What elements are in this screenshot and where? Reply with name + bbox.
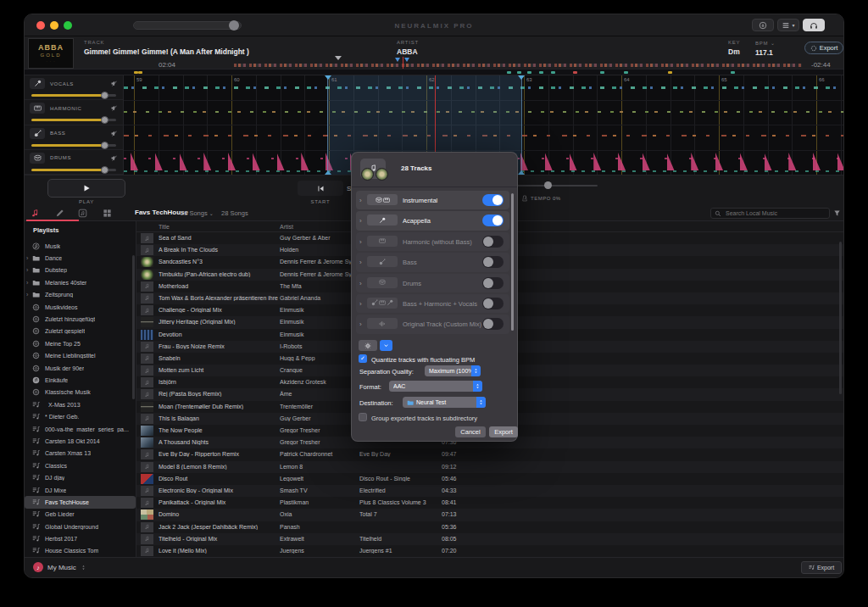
sidebar-item[interactable]: 000-va-the_master_series_pa... — [25, 423, 136, 435]
channel-volume-slider[interactable] — [31, 92, 116, 100]
table-row[interactable]: Model 8 (Lemon 8 Remix)Lemon 809:12 — [136, 461, 843, 473]
table-row[interactable]: Love it (Mello Mix)JuergensJuergens #107… — [136, 545, 843, 557]
sidebar-item[interactable]: Carsten 18 Okt 2014 — [25, 435, 136, 447]
sidebar-item[interactable]: Favs TechHouse — [25, 496, 136, 508]
disclosure-icon[interactable]: › — [359, 280, 362, 287]
overview-playhead[interactable] — [403, 57, 403, 69]
sidebar-item[interactable]: DJ djay — [25, 471, 136, 483]
sidebar-item[interactable]: Musik der 90er — [25, 362, 136, 374]
mute-icon[interactable] — [110, 104, 118, 112]
sidebar-item[interactable]: Meine Top 25 — [25, 337, 136, 349]
bottom-export-button[interactable]: Export — [801, 561, 842, 574]
slider-knob[interactable] — [101, 92, 108, 99]
stem-options-button[interactable] — [380, 340, 392, 351]
overview-marker-icon[interactable] — [335, 56, 342, 60]
search-input[interactable] — [724, 209, 826, 217]
table-row[interactable]: Jack 2 Jack (Jesper Dahlbäck Remix)Panas… — [136, 521, 843, 533]
sidebar-item[interactable]: Einkäufe — [25, 374, 136, 386]
disclosure-icon[interactable]: › — [359, 238, 362, 246]
disclosure-icon[interactable]: › — [359, 217, 362, 225]
selection-handle[interactable] — [325, 75, 331, 80]
destination-select[interactable]: Neural Test — [403, 397, 486, 408]
column-artist[interactable]: Artist — [280, 224, 293, 230]
column-title[interactable]: Title — [159, 224, 170, 230]
filter-icon[interactable] — [833, 209, 841, 217]
loop-in-marker-icon[interactable] — [395, 58, 400, 62]
sidebar-item[interactable]: Musikvideos — [25, 301, 136, 313]
stem-toggle[interactable] — [482, 318, 504, 330]
sidebar-item[interactable]: ›Zeitsprung — [25, 289, 136, 301]
preview-headphones-button[interactable] — [803, 19, 825, 31]
sidebar-item[interactable]: ›Melanies 40ster — [25, 276, 136, 288]
quality-select[interactable]: Maximum (100%) — [425, 365, 481, 376]
stem-toggle[interactable] — [482, 214, 504, 226]
tab-edit[interactable] — [54, 208, 65, 219]
sidebar-scrollbar[interactable] — [132, 255, 135, 399]
table-row[interactable]: DominoOxiaTotal 707:13 — [136, 509, 843, 521]
tab-grid[interactable] — [102, 208, 113, 219]
sidebar-item[interactable]: Geb Lieder — [25, 509, 136, 521]
download-button[interactable] — [752, 19, 774, 31]
disclosure-icon[interactable]: › — [359, 197, 362, 204]
sidebar-item[interactable]: Carsten Xmas 13 — [25, 448, 136, 459]
jump-to-start-button[interactable] — [298, 181, 343, 196]
table-row[interactable]: Disco RoutLegoweltDisco Rout - Single05:… — [136, 473, 843, 485]
mute-icon[interactable] — [110, 80, 118, 87]
sidebar-item[interactable]: Klassische Musik — [25, 387, 136, 398]
sidebar-item[interactable]: DJ Mixe — [25, 484, 136, 496]
header-export-button[interactable]: Export — [804, 42, 843, 54]
channel-volume-slider[interactable] — [31, 142, 116, 150]
view-mode-button[interactable]: ▾ — [777, 19, 799, 31]
stem-toggle[interactable] — [482, 236, 504, 248]
stem-toggle[interactable] — [482, 256, 504, 268]
table-row[interactable]: Electronic Boy - Original MixSmash TVEle… — [136, 485, 843, 497]
slider-knob[interactable] — [101, 116, 108, 124]
cancel-button[interactable]: Cancel — [455, 426, 486, 437]
dialog-scrollbar[interactable] — [511, 193, 514, 331]
loop-out-marker-icon[interactable] — [404, 58, 409, 62]
sidebar-item[interactable]: House Classics Tom — [25, 545, 136, 557]
slider-knob[interactable] — [101, 142, 108, 149]
table-row[interactable]: Eve By Day - Ripperton RemixPatrick Char… — [136, 448, 843, 460]
disclosure-icon[interactable]: › — [359, 300, 362, 308]
stem-toggle[interactable] — [482, 277, 504, 289]
channel-volume-slider[interactable] — [31, 166, 116, 175]
chevron-down-icon[interactable]: ⌄ — [771, 41, 776, 46]
selection-handle[interactable] — [518, 75, 525, 80]
sidebar-item[interactable]: ›Dubstep — [25, 265, 136, 276]
tempo-slider[interactable] — [509, 185, 598, 187]
sidebar-item[interactable]: Global Underground — [25, 521, 136, 532]
slider-knob[interactable] — [101, 166, 108, 174]
mute-icon[interactable] — [110, 154, 118, 162]
sidebar-item[interactable]: ›Dance — [25, 252, 136, 264]
sidebar-item[interactable]: Zuletzt gespielt — [25, 326, 136, 337]
group-checkbox[interactable] — [359, 413, 367, 421]
channel-volume-slider[interactable] — [31, 116, 116, 125]
format-select[interactable]: AAC — [389, 381, 482, 392]
tab-albums[interactable] — [77, 208, 88, 219]
mute-icon[interactable] — [110, 130, 118, 137]
stem-settings-button[interactable] — [359, 340, 377, 351]
table-row[interactable]: Titelheld - Original MixExtraweltTitelhe… — [136, 533, 843, 545]
cue-ruler[interactable] — [25, 69, 843, 75]
overview-waveform[interactable] — [234, 64, 802, 67]
song-count-dropdown[interactable]: 28 Songs ⌄ — [181, 209, 214, 217]
tempo-slider-knob[interactable] — [544, 181, 552, 189]
disclosure-icon[interactable]: › — [359, 320, 362, 328]
stem-toggle[interactable] — [482, 194, 504, 206]
my-music-selector[interactable]: ♪ My Music — [33, 562, 86, 572]
sidebar-item[interactable]: Herbst 2017 — [25, 532, 136, 544]
play-button[interactable] — [47, 179, 125, 198]
sidebar-item[interactable]: _X-Mas 2013 — [25, 398, 136, 410]
disclosure-icon[interactable]: › — [359, 259, 362, 266]
export-button[interactable]: Export — [489, 426, 518, 437]
sidebar-item[interactable]: Musik — [25, 240, 136, 252]
table-scrollbar[interactable] — [839, 242, 842, 394]
quantize-checkbox[interactable]: ✓ — [359, 354, 367, 363]
table-row[interactable]: Panikattack - Original MixPlastikmanPlus… — [136, 497, 843, 509]
stem-toggle[interactable] — [482, 298, 504, 309]
sidebar-item[interactable]: Zuletzt hinzugefügt — [25, 313, 136, 325]
sidebar-item[interactable]: Classics — [25, 459, 136, 471]
sidebar-item[interactable]: Meine Lieblingstitel — [25, 350, 136, 362]
tab-music[interactable] — [30, 208, 41, 219]
